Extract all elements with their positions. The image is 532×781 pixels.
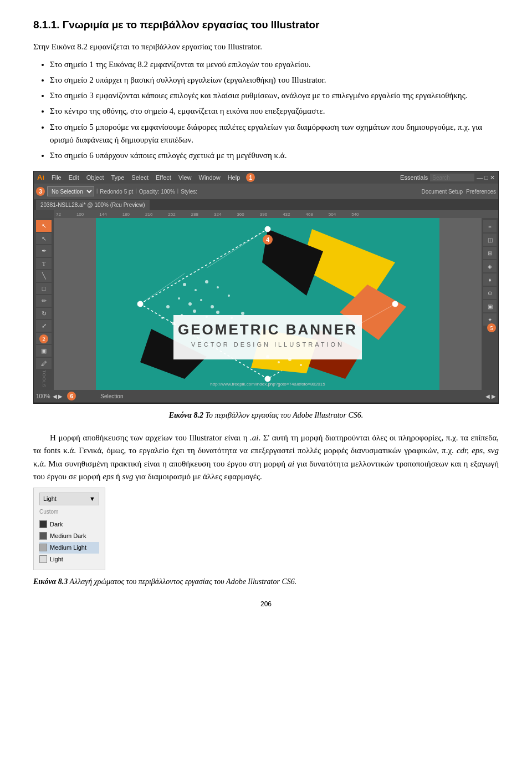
ai-left-toolbar: ↖ ↖ ✒ T ╲ □ ✏ ↻ ⤢ ◈ ▣ 🖉 TOOLS 2 xyxy=(34,218,54,390)
list-item: Στο σημείο 6 υπάρχουν κάποιες επιλογές σ… xyxy=(50,149,499,162)
right-btn-2[interactable]: ◫ xyxy=(483,234,497,246)
svg-point-17 xyxy=(166,305,170,308)
menu-type[interactable]: Type xyxy=(108,172,128,184)
right-btn-4[interactable]: ◈ xyxy=(483,260,497,272)
theme-medium-dark[interactable]: Medium Dark xyxy=(39,530,99,542)
tool-rotate[interactable]: ↻ xyxy=(36,308,52,320)
illustrator-screenshot: Ai File Edit Object Type Select Effect V… xyxy=(33,171,499,404)
tool-gradient[interactable]: ▣ xyxy=(36,345,52,357)
styles-label: Styles: xyxy=(181,187,197,196)
dark-label: Dark xyxy=(50,520,63,529)
italic-eps: eps xyxy=(103,472,114,481)
italic-svg: svg xyxy=(122,472,134,481)
menu-select[interactable]: Select xyxy=(128,172,152,184)
medium-light-swatch xyxy=(39,544,47,551)
badge-4: 4 xyxy=(263,235,273,245)
medium-dark-swatch xyxy=(39,532,47,540)
list-item: Στο σημείο 2 υπάρχει η βασική συλλογή ερ… xyxy=(50,74,499,87)
ai-right-panel: ≡ ◫ ⊞ ◈ ♦ ⊙ ▣ ✦ 5 xyxy=(482,218,498,390)
svg-point-8 xyxy=(183,283,186,286)
right-btn-7[interactable]: ▣ xyxy=(483,300,497,312)
ai-tab[interactable]: 20381-NSLL28.ai* @ 100% (Rcu Preview) xyxy=(36,200,150,211)
toolbar-sep3: | xyxy=(177,187,178,195)
window-controls: — □ ✕ xyxy=(477,173,495,182)
redondo-label: Redondo 5 pt xyxy=(100,187,133,196)
preferences-label[interactable]: Preferences xyxy=(466,187,496,196)
svg-point-12 xyxy=(178,297,180,300)
figure3-caption-text: Αλλαγή χρώματος του περιβάλλοντος εργασί… xyxy=(70,577,297,586)
list-item: Στο σημείο 3 εμφανίζονται κάποιες επιλογ… xyxy=(50,89,499,102)
badge-6: 6 xyxy=(67,392,76,400)
right-btn-6[interactable]: ⊙ xyxy=(483,287,497,299)
page-number: 206 xyxy=(33,599,499,610)
figure2-caption-bold: Εικόνα 8.2 xyxy=(169,411,203,419)
tool-select[interactable]: ↖ xyxy=(36,220,52,232)
theme-dark[interactable]: Dark xyxy=(39,519,99,530)
menu-object[interactable]: Object xyxy=(83,172,108,184)
tool-rect[interactable]: □ xyxy=(36,283,52,295)
italic-formats: cdr, eps, svg xyxy=(457,446,499,455)
medium-light-label: Medium Light xyxy=(50,543,86,552)
banner-canvas: GEOMETRIC BANNER VECTOR DESIGN ILLUSTRAT… xyxy=(96,218,439,390)
svg-point-15 xyxy=(211,305,214,308)
menu-view[interactable]: View xyxy=(175,172,195,184)
dropdown-label: Light xyxy=(43,494,57,504)
svg-point-29 xyxy=(300,364,302,366)
intro-paragraph: Στην Εικόνα 8.2 εμφανίζεται το περιβάλλο… xyxy=(33,40,499,53)
right-btn-5[interactable]: ♦ xyxy=(483,273,497,286)
tool-type[interactable]: T xyxy=(36,258,52,270)
svg-text:GEOMETRIC BANNER: GEOMETRIC BANNER xyxy=(178,321,357,338)
tool-pen[interactable]: ✒ xyxy=(36,245,52,257)
menu-edit[interactable]: Edit xyxy=(65,172,83,184)
doc-setup-label[interactable]: Document Setup xyxy=(422,187,463,196)
ai-toolbar: 3 No Selection | Redondo 5 pt | Opacity:… xyxy=(34,184,498,199)
theme-light[interactable]: Light xyxy=(39,554,99,565)
figure2-caption: Εικόνα 8.2 Το περιβάλλον εργασίας του Ad… xyxy=(33,409,499,422)
svg-point-14 xyxy=(200,299,202,301)
light-label: Light xyxy=(50,555,63,564)
list-item: Στο κέντρο της οθόνης, στο σημείο 4, εμφ… xyxy=(50,105,499,118)
svg-point-33 xyxy=(265,376,270,382)
toolbar-select-tool[interactable]: No Selection xyxy=(47,186,94,196)
right-btn-1[interactable]: ≡ xyxy=(483,220,497,232)
toolbar-right: Document Setup Preferences xyxy=(422,187,496,196)
light-swatch xyxy=(39,555,47,563)
tool-direct-select[interactable]: ↖ xyxy=(36,233,52,245)
ruler-inner: 72 100 144 180 216 252 288 324 360 396 4… xyxy=(54,210,498,218)
left-toolbar-label: TOOLS xyxy=(40,370,47,388)
menu-file[interactable]: File xyxy=(48,172,65,184)
tool-scale[interactable]: ⤢ xyxy=(36,320,52,332)
ai-menubar: Ai File Edit Object Type Select Effect V… xyxy=(34,171,498,184)
right-btn-3[interactable]: ⊞ xyxy=(483,247,497,259)
search-input[interactable] xyxy=(430,174,474,181)
svg-point-9 xyxy=(195,289,197,291)
nav-arrows-2[interactable]: ◀ ▶ xyxy=(485,392,496,401)
svg-point-16 xyxy=(228,295,230,297)
tool-line[interactable]: ╲ xyxy=(36,270,52,282)
figure3-panel: Light ▼ Custom Dark Medium Dark Medium L… xyxy=(33,488,105,570)
badge-3: 3 xyxy=(36,187,45,196)
tool-eyedropper[interactable]: 🖉 xyxy=(36,358,52,369)
essentials-label: Essentials xyxy=(400,173,428,182)
toolbar-sep2: | xyxy=(135,187,136,195)
list-item: Στο σημείο 1 της Εικόνας 8.2 εμφανίζοντα… xyxy=(50,58,499,71)
menu-window[interactable]: Window xyxy=(196,172,224,184)
svg-point-10 xyxy=(205,280,208,283)
theme-medium-light[interactable]: Medium Light xyxy=(39,542,99,554)
svg-text:VECTOR DESIGN ILLUSTRATION: VECTOR DESIGN ILLUSTRATION xyxy=(191,341,344,348)
badge-5: 5 xyxy=(487,323,496,332)
menu-effect[interactable]: Effect xyxy=(152,172,175,184)
svg-point-13 xyxy=(188,302,192,306)
menu-help[interactable]: Help xyxy=(224,172,244,184)
theme-dropdown[interactable]: Light ▼ xyxy=(39,493,99,505)
svg-point-21 xyxy=(216,311,219,314)
section-heading: 8.1.1. Γνωριμία με το περιβάλλον εργασία… xyxy=(33,17,499,33)
nav-arrows[interactable]: ◀ ▶ xyxy=(53,392,63,401)
svg-point-23 xyxy=(241,312,244,315)
ai-logo-icon: Ai xyxy=(37,172,44,183)
dark-swatch xyxy=(39,520,47,528)
tool-brush[interactable]: ✏ xyxy=(36,295,52,307)
italic-ai: .ai xyxy=(250,433,258,442)
svg-point-19 xyxy=(193,310,196,313)
ai-main-area: ↖ ↖ ✒ T ╲ □ ✏ ↻ ⤢ ◈ ▣ 🖉 TOOLS 2 xyxy=(34,218,498,390)
